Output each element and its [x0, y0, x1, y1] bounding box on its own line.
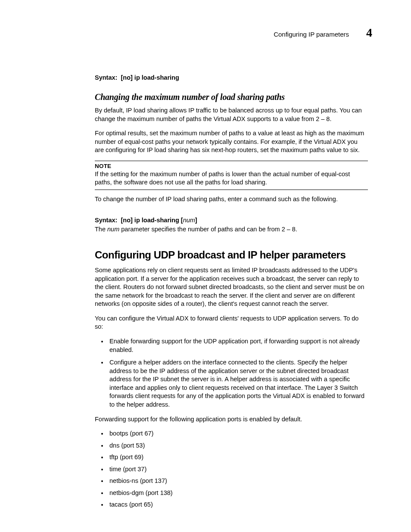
- param-desc-post: parameter specifies the number of paths …: [119, 226, 297, 233]
- list-item: Enable forwarding support for the UDP ap…: [108, 337, 368, 354]
- bullet-list-ports: bootps (port 67) dns (port 53) tftp (por…: [95, 429, 368, 509]
- param-desc-pre: The: [95, 226, 107, 233]
- list-item: tacacs (port 65): [108, 501, 368, 509]
- paragraph: Some applications rely on client request…: [95, 266, 368, 308]
- running-title: Configuring IP parameters: [274, 31, 349, 38]
- list-item: dns (port 53): [108, 442, 368, 450]
- note-block: NOTE If the setting for the maximum numb…: [95, 161, 368, 190]
- chapter-number: 4: [366, 26, 372, 40]
- syntax-line-1: Syntax: [no] ip load-sharing: [95, 74, 368, 81]
- list-item: time (port 37): [108, 465, 368, 474]
- list-item: netbios-ns (port 137): [108, 477, 368, 485]
- list-item: Configure a helper adders on the interfa…: [108, 358, 368, 409]
- section-heading-udp-broadcast: Configuring UDP broadcast and IP helper …: [95, 249, 368, 261]
- note-text: If the setting for the maximum number of…: [95, 170, 368, 187]
- syntax-label: Syntax:: [95, 217, 117, 224]
- list-item: netbios-dgm (port 138): [108, 489, 368, 498]
- paragraph: You can configure the Virtual ADX to for…: [95, 314, 368, 331]
- paragraph: For optimal results, set the maximum num…: [95, 129, 368, 155]
- running-header: Configuring IP parameters 4: [39, 26, 372, 40]
- syntax-param: num: [183, 217, 195, 224]
- list-item: bootps (port 67): [108, 429, 368, 438]
- note-label: NOTE: [95, 163, 368, 169]
- paragraph: By default, IP load sharing allows IP tr…: [95, 106, 368, 123]
- syntax-command: [no] ip load-sharing: [121, 74, 179, 81]
- syntax-line-2: Syntax: [no] ip load-sharing [num]: [95, 217, 368, 224]
- paragraph: Forwarding support for the following app…: [95, 415, 368, 424]
- bullet-list-steps: Enable forwarding support for the UDP ap…: [95, 337, 368, 409]
- paragraph: To change the number of IP load sharing …: [95, 195, 368, 204]
- content-area: Syntax: [no] ip load-sharing Changing th…: [95, 74, 368, 509]
- syntax-label: Syntax:: [95, 74, 117, 81]
- param-description: The num parameter specifies the number o…: [95, 225, 368, 234]
- syntax-command-suffix: ]: [195, 217, 197, 224]
- list-item: tftp (port 69): [108, 453, 368, 462]
- subheading-load-sharing-paths: Changing the maximum number of load shar…: [95, 92, 368, 102]
- syntax-command-prefix: [no] ip load-sharing [: [121, 217, 183, 224]
- page: Configuring IP parameters 4 Syntax: [no]…: [0, 0, 411, 532]
- param-desc-name: num: [107, 226, 119, 233]
